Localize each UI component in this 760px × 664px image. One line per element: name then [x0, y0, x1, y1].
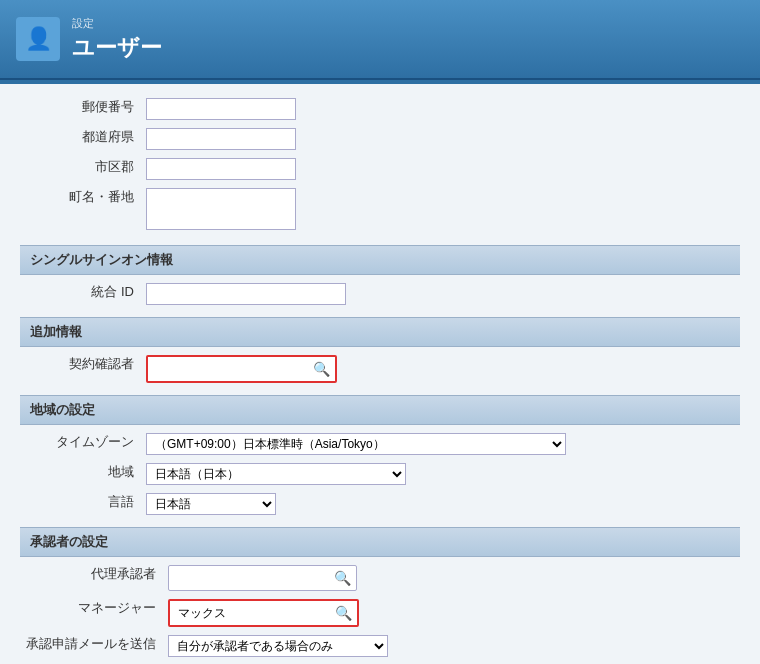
address-label: 町名・番地 [20, 184, 140, 237]
timezone-select[interactable]: （GMT+09:00）日本標準時（Asia/Tokyo） [146, 433, 566, 455]
sso-form-table: 統合 ID [20, 279, 740, 309]
region-select[interactable]: 日本語（日本） [146, 463, 406, 485]
prefecture-input-cell [140, 124, 740, 154]
page-title: ユーザー [72, 33, 162, 63]
approval-email-row: 承認申請メールを送信 自分が承認者である場合のみ [20, 631, 740, 661]
manager-search-wrap [168, 599, 359, 627]
manager-search-button[interactable] [333, 604, 354, 622]
proxy-approver-label: 代理承認者 [20, 561, 162, 595]
address-form-table: 郵便番号 都道府県 市区郡 町名・番地 [20, 94, 740, 237]
proxy-approver-search-button[interactable] [332, 569, 353, 587]
city-label: 市区郡 [20, 154, 140, 184]
proxy-approver-search-icon [334, 569, 351, 587]
postal-input[interactable] [146, 98, 296, 120]
address-textarea[interactable] [146, 188, 296, 230]
region-input-cell: 日本語（日本） [140, 459, 740, 489]
region-form-table: タイムゾーン （GMT+09:00）日本標準時（Asia/Tokyo） 地域 日… [20, 429, 740, 519]
manager-input-cell [162, 595, 740, 631]
page-header: 👤 設定 ユーザー [0, 0, 760, 80]
address-input-cell [140, 184, 740, 237]
unified-id-label: 統合 ID [20, 279, 140, 309]
proxy-approver-search-wrap [168, 565, 357, 591]
contract-approver-search-icon [313, 360, 330, 378]
postal-row: 郵便番号 [20, 94, 740, 124]
approval-email-select[interactable]: 自分が承認者である場合のみ [168, 635, 388, 657]
sso-section-header: シングルサインオン情報 [20, 245, 740, 275]
form-content: 郵便番号 都道府県 市区郡 町名・番地 [0, 84, 760, 664]
region-section-header: 地域の設定 [20, 395, 740, 425]
manager-row: マネージャー [20, 595, 740, 631]
unified-id-input-cell [140, 279, 740, 309]
approval-email-label: 承認申請メールを送信 [20, 631, 162, 661]
language-label: 言語 [20, 489, 140, 519]
language-row: 言語 日本語 [20, 489, 740, 519]
language-input-cell: 日本語 [140, 489, 740, 519]
additional-form-table: 契約確認者 [20, 351, 740, 387]
city-input-cell [140, 154, 740, 184]
timezone-row: タイムゾーン （GMT+09:00）日本標準時（Asia/Tokyo） [20, 429, 740, 459]
manager-search-icon [335, 604, 352, 622]
page-wrapper: 👤 設定 ユーザー 郵便番号 都道府県 市区郡 [0, 0, 760, 664]
contract-approver-search-button[interactable] [311, 360, 332, 378]
contract-approver-search-wrap [146, 355, 337, 383]
timezone-input-cell: （GMT+09:00）日本標準時（Asia/Tokyo） [140, 429, 740, 459]
manager-input[interactable] [173, 603, 333, 623]
approval-email-input-cell: 自分が承認者である場合のみ [162, 631, 740, 661]
proxy-approver-input[interactable] [172, 568, 332, 588]
region-label: 地域 [20, 459, 140, 489]
timezone-label: タイムゾーン [20, 429, 140, 459]
postal-label: 郵便番号 [20, 94, 140, 124]
prefecture-row: 都道府県 [20, 124, 740, 154]
manager-label: マネージャー [20, 595, 162, 631]
city-row: 市区郡 [20, 154, 740, 184]
prefecture-input[interactable] [146, 128, 296, 150]
contract-approver-label: 契約確認者 [20, 351, 140, 387]
approver-form-table: 代理承認者 マネージャー [20, 561, 740, 661]
region-row: 地域 日本語（日本） [20, 459, 740, 489]
contract-approver-input[interactable] [151, 359, 311, 379]
language-select[interactable]: 日本語 [146, 493, 276, 515]
page-subtitle: 設定 [72, 16, 162, 31]
proxy-approver-row: 代理承認者 [20, 561, 740, 595]
additional-section-header: 追加情報 [20, 317, 740, 347]
proxy-approver-input-cell [162, 561, 740, 595]
approver-section-header: 承認者の設定 [20, 527, 740, 557]
user-icon: 👤 [16, 17, 60, 61]
unified-id-row: 統合 ID [20, 279, 740, 309]
unified-id-input[interactable] [146, 283, 346, 305]
city-input[interactable] [146, 158, 296, 180]
prefecture-label: 都道府県 [20, 124, 140, 154]
header-text: 設定 ユーザー [72, 16, 162, 63]
postal-input-cell [140, 94, 740, 124]
contract-approver-input-cell [140, 351, 740, 387]
address-row: 町名・番地 [20, 184, 740, 237]
contract-approver-row: 契約確認者 [20, 351, 740, 387]
